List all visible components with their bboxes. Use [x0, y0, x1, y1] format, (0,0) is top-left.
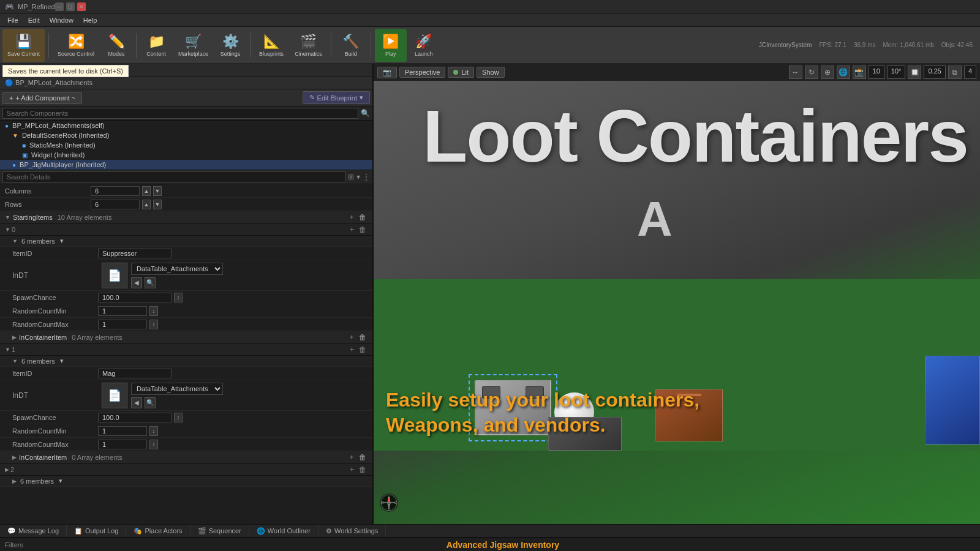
tab-world-settings[interactable]: ⚙ World Settings: [318, 525, 386, 537]
columns-input[interactable]: [91, 186, 140, 196]
item1-members-header[interactable]: ▼ 6 members ▾: [0, 356, 372, 367]
vp-snap-icon[interactable]: 🔲: [908, 66, 921, 79]
starting-items-section-header[interactable]: ▼ StartingItems 10 Array elements + 🗑: [0, 211, 372, 224]
vp-grid-count[interactable]: 4: [964, 66, 976, 79]
item1-randomcountmin-input[interactable]: [98, 426, 147, 436]
array-item-0-header[interactable]: ▼ 0 + 🗑: [0, 224, 372, 236]
item0-incontainer-add[interactable]: +: [349, 333, 355, 342]
item0-randomcountmax-input[interactable]: [98, 320, 147, 329]
add-item-button[interactable]: +: [349, 213, 355, 222]
item1-itemid-input[interactable]: [98, 369, 172, 378]
viewport-content[interactable]: Loot Containers A: [374, 81, 980, 524]
item0-spawnchance-spin[interactable]: ↕: [174, 293, 183, 302]
item1-randomcountmax-input[interactable]: [98, 440, 147, 449]
item1-randomcountmin-spin[interactable]: ↕: [149, 426, 158, 436]
tab-world-outliner[interactable]: 🌐 World Outliner: [249, 525, 318, 537]
vp-camera2-icon[interactable]: 📸: [853, 66, 866, 79]
cinematics-button[interactable]: 🎬 Cinematics: [290, 29, 327, 62]
tab-place-actors[interactable]: 🎭 Place Actors: [126, 525, 190, 537]
item0-members-dropdown-icon[interactable]: ▾: [60, 237, 64, 245]
settings-button[interactable]: ⚙️ Settings: [214, 29, 246, 62]
perspective-button[interactable]: Perspective: [399, 67, 445, 78]
item0-randomcountmax-spin[interactable]: ↕: [149, 320, 158, 329]
tree-item-static-mesh[interactable]: ■ StaticMesh (Inherited): [0, 140, 372, 150]
tree-item-widget[interactable]: ▣ Widget (Inherited): [0, 150, 372, 160]
item0-incontainer-row[interactable]: ▶ InContainerItem 0 Array elements + 🗑: [0, 331, 372, 344]
menu-window[interactable]: Window: [45, 15, 78, 25]
tree-item-default-scene-root[interactable]: ▼ DefaultSceneRoot (Inherited): [0, 130, 372, 140]
item2-members-dropdown-icon[interactable]: ▾: [59, 477, 62, 485]
save-current-button[interactable]: 💾 Save Current: [2, 29, 45, 62]
item0-spawnchance-input[interactable]: [98, 293, 172, 302]
rows-spin-up[interactable]: ▲: [142, 200, 151, 209]
menu-help[interactable]: Help: [78, 15, 102, 25]
modes-button[interactable]: ✏️ Modes: [100, 29, 132, 62]
item0-itemid-input[interactable]: [98, 249, 172, 258]
vp-rotate-icon[interactable]: ↻: [805, 66, 818, 79]
array-item-1-header[interactable]: ▼ 1 + 🗑: [0, 344, 372, 356]
content-button[interactable]: 📁 Content: [140, 29, 172, 62]
item1-spawnchance-spin[interactable]: ↕: [174, 413, 183, 422]
item0-members-header[interactable]: ▼ 6 members ▾: [0, 236, 372, 247]
lit-button[interactable]: Lit: [448, 67, 474, 78]
add-component-button[interactable]: + + Add Component ~: [2, 92, 82, 104]
close-button[interactable]: ✕: [77, 2, 86, 11]
filter-icon[interactable]: ▾: [356, 173, 360, 181]
blueprints-button[interactable]: 📐 Blueprints: [254, 29, 288, 62]
tab-message-log[interactable]: 💬 Message Log: [0, 525, 67, 537]
item0-randomcountmin-input[interactable]: [98, 306, 147, 316]
menu-edit[interactable]: Edit: [23, 15, 45, 25]
item1-incontainer-row[interactable]: ▶ InContainerItem 0 Array elements + 🗑: [0, 451, 372, 464]
maximize-button[interactable]: □: [66, 2, 75, 11]
vp-world-icon[interactable]: 🌐: [837, 66, 850, 79]
item0-delete-button[interactable]: 🗑: [358, 225, 368, 234]
columns-spin-down[interactable]: ▼: [153, 186, 162, 196]
tab-con[interactable]: Con: [4, 66, 26, 75]
menu-file[interactable]: File: [2, 15, 23, 25]
search-details-input[interactable]: [2, 171, 345, 182]
vp-grid-value[interactable]: 10: [869, 66, 884, 79]
item0-incontainer-clear[interactable]: 🗑: [358, 333, 368, 342]
edit-blueprint-button[interactable]: ✎ Edit Blueprint ▾: [303, 91, 370, 104]
viewport-camera-btn[interactable]: 📷: [377, 67, 397, 78]
rows-input[interactable]: [91, 200, 140, 209]
array-item-2-header[interactable]: ▶ 2 + 🗑: [0, 464, 372, 476]
item2-delete-button[interactable]: 🗑: [358, 465, 368, 474]
vp-zoom-value[interactable]: 0.25: [924, 66, 945, 79]
tree-item-bp-mploot[interactable]: ● BP_MPLoot_Attachments(self): [0, 121, 372, 130]
item0-randomcountmin-spin[interactable]: ↕: [149, 306, 158, 316]
more-options-icon[interactable]: ⋮: [363, 173, 370, 181]
item2-members-header[interactable]: ▶ 6 members ▾: [0, 476, 372, 487]
show-button[interactable]: Show: [477, 67, 505, 78]
build-button[interactable]: 🔨 Build: [335, 29, 367, 62]
marketplace-button[interactable]: 🛒 Marketplace: [173, 29, 213, 62]
tab-output-log[interactable]: 📋 Output Log: [67, 525, 126, 537]
item1-dt-back-button[interactable]: ◀: [131, 397, 142, 408]
tab-sequencer[interactable]: 🎬 Sequencer: [190, 525, 249, 537]
columns-spin-up[interactable]: ▲: [142, 186, 151, 196]
source-control-button[interactable]: 🔀 Source Control: [53, 29, 99, 62]
play-button[interactable]: ▶️ Play: [375, 29, 407, 62]
launch-button[interactable]: 🚀 Launch: [408, 29, 440, 62]
item1-dt-dropdown[interactable]: DataTable_Attachments: [131, 383, 223, 395]
item1-incontainer-add[interactable]: +: [349, 453, 355, 462]
vp-move-icon[interactable]: ↔: [789, 66, 802, 79]
item1-randomcountmax-spin[interactable]: ↕: [149, 440, 158, 449]
item1-spawnchance-input[interactable]: [98, 413, 172, 422]
item1-delete-button[interactable]: 🗑: [358, 345, 368, 354]
minimize-button[interactable]: ─: [55, 2, 64, 11]
item0-dt-search-button[interactable]: 🔍: [145, 277, 156, 288]
item1-incontainer-clear[interactable]: 🗑: [358, 453, 368, 462]
rows-spin-down[interactable]: ▼: [153, 200, 162, 209]
vp-layers-icon[interactable]: ⧉: [948, 66, 962, 79]
tree-item-bp-jig[interactable]: ● BP_JigMultiplayer (Inherited): [0, 160, 372, 170]
clear-items-button[interactable]: 🗑: [358, 213, 368, 222]
item0-dt-back-button[interactable]: ◀: [131, 277, 142, 288]
item1-members-dropdown-icon[interactable]: ▾: [60, 357, 64, 365]
vp-scale-icon[interactable]: ⊕: [821, 66, 834, 79]
item0-insert-button[interactable]: +: [349, 225, 355, 234]
item1-dt-search-button[interactable]: 🔍: [145, 397, 156, 408]
viewport[interactable]: 📷 Perspective Lit Show ↔ ↻ ⊕ 🌐 📸 10 10°: [374, 64, 980, 524]
item0-dt-dropdown[interactable]: DataTable_Attachments: [131, 263, 223, 275]
grid-view-icon[interactable]: ⊞: [348, 173, 354, 181]
